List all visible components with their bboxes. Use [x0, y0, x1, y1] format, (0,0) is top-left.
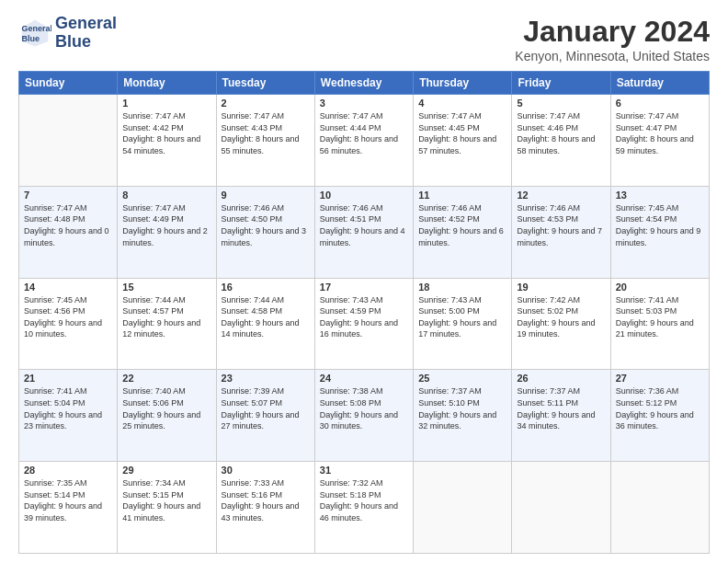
- day-number: 8: [122, 190, 210, 201]
- day-number: 10: [320, 190, 408, 201]
- calendar-cell-w2-d3: 17Sunrise: 7:43 AMSunset: 4:59 PMDayligh…: [314, 278, 413, 370]
- calendar-cell-w1-d2: 9Sunrise: 7:46 AMSunset: 4:50 PMDaylight…: [216, 186, 314, 278]
- logo-general: General: [55, 15, 117, 33]
- calendar-table: SundayMondayTuesdayWednesdayThursdayFrid…: [18, 71, 710, 554]
- calendar-cell-w4-d4: [414, 462, 512, 554]
- calendar-cell-w1-d3: 10Sunrise: 7:46 AMSunset: 4:51 PMDayligh…: [314, 186, 413, 278]
- calendar-cell-w3-d4: 25Sunrise: 7:37 AMSunset: 5:10 PMDayligh…: [414, 370, 512, 462]
- day-info: Sunrise: 7:32 AMSunset: 5:18 PMDaylight:…: [320, 477, 408, 523]
- day-number: 29: [122, 465, 210, 476]
- calendar-cell-w3-d2: 23Sunrise: 7:39 AMSunset: 5:07 PMDayligh…: [216, 370, 314, 462]
- logo: General Blue General Blue: [18, 15, 117, 52]
- day-info: Sunrise: 7:47 AMSunset: 4:43 PMDaylight:…: [222, 110, 310, 156]
- day-info: Sunrise: 7:34 AMSunset: 5:15 PMDaylight:…: [122, 477, 210, 523]
- calendar-cell-w3-d0: 21Sunrise: 7:41 AMSunset: 5:04 PMDayligh…: [19, 370, 118, 462]
- calendar-cell-w1-d1: 8Sunrise: 7:47 AMSunset: 4:49 PMDaylight…: [118, 186, 216, 278]
- day-number: 9: [222, 190, 310, 201]
- page: General Blue General Blue January 2024 K…: [0, 0, 728, 563]
- day-info: Sunrise: 7:47 AMSunset: 4:42 PMDaylight:…: [122, 110, 210, 156]
- day-number: 18: [418, 282, 506, 293]
- day-info: Sunrise: 7:45 AMSunset: 4:54 PMDaylight:…: [616, 202, 704, 248]
- day-number: 22: [122, 373, 210, 384]
- day-number: 13: [616, 190, 704, 201]
- day-number: 4: [418, 98, 506, 109]
- header-day-thursday: Thursday: [414, 72, 512, 95]
- day-info: Sunrise: 7:35 AMSunset: 5:14 PMDaylight:…: [24, 477, 112, 523]
- calendar-cell-w0-d3: 3Sunrise: 7:47 AMSunset: 4:44 PMDaylight…: [314, 95, 413, 187]
- day-number: 5: [517, 98, 605, 109]
- calendar-cell-w1-d0: 7Sunrise: 7:47 AMSunset: 4:48 PMDaylight…: [19, 186, 118, 278]
- day-number: 19: [517, 282, 605, 293]
- calendar-cell-w1-d6: 13Sunrise: 7:45 AMSunset: 4:54 PMDayligh…: [610, 186, 709, 278]
- calendar-cell-w2-d1: 15Sunrise: 7:44 AMSunset: 4:57 PMDayligh…: [118, 278, 216, 370]
- calendar-cell-w3-d6: 27Sunrise: 7:36 AMSunset: 5:12 PMDayligh…: [610, 370, 709, 462]
- logo-blue: Blue: [55, 33, 117, 52]
- day-info: Sunrise: 7:46 AMSunset: 4:53 PMDaylight:…: [517, 202, 605, 248]
- day-number: 30: [222, 465, 310, 476]
- svg-text:Blue: Blue: [22, 34, 40, 43]
- day-info: Sunrise: 7:43 AMSunset: 5:00 PMDaylight:…: [418, 294, 506, 340]
- calendar-cell-w2-d5: 19Sunrise: 7:42 AMSunset: 5:02 PMDayligh…: [512, 278, 610, 370]
- day-number: 14: [24, 282, 112, 293]
- calendar-cell-w4-d6: [610, 462, 709, 554]
- day-number: 28: [24, 465, 112, 476]
- day-info: Sunrise: 7:45 AMSunset: 4:56 PMDaylight:…: [24, 294, 112, 340]
- calendar-cell-w2-d0: 14Sunrise: 7:45 AMSunset: 4:56 PMDayligh…: [19, 278, 118, 370]
- day-number: 6: [616, 98, 704, 109]
- calendar-cell-w4-d3: 31Sunrise: 7:32 AMSunset: 5:18 PMDayligh…: [314, 462, 413, 554]
- day-info: Sunrise: 7:46 AMSunset: 4:51 PMDaylight:…: [320, 202, 408, 248]
- day-number: 25: [418, 373, 506, 384]
- calendar-week-3: 21Sunrise: 7:41 AMSunset: 5:04 PMDayligh…: [19, 370, 710, 462]
- day-info: Sunrise: 7:38 AMSunset: 5:08 PMDaylight:…: [320, 385, 408, 431]
- calendar-week-0: 1Sunrise: 7:47 AMSunset: 4:42 PMDaylight…: [19, 95, 710, 187]
- day-number: 24: [320, 373, 408, 384]
- day-info: Sunrise: 7:47 AMSunset: 4:44 PMDaylight:…: [320, 110, 408, 156]
- calendar-header-row: SundayMondayTuesdayWednesdayThursdayFrid…: [19, 72, 710, 95]
- day-info: Sunrise: 7:47 AMSunset: 4:49 PMDaylight:…: [122, 202, 210, 248]
- day-number: 31: [320, 465, 408, 476]
- day-info: Sunrise: 7:44 AMSunset: 4:57 PMDaylight:…: [122, 294, 210, 340]
- day-number: 21: [24, 373, 112, 384]
- calendar-cell-w0-d4: 4Sunrise: 7:47 AMSunset: 4:45 PMDaylight…: [414, 95, 512, 187]
- calendar-week-2: 14Sunrise: 7:45 AMSunset: 4:56 PMDayligh…: [19, 278, 710, 370]
- calendar-week-1: 7Sunrise: 7:47 AMSunset: 4:48 PMDaylight…: [19, 186, 710, 278]
- day-number: 26: [517, 373, 605, 384]
- day-number: 16: [222, 282, 310, 293]
- header-day-saturday: Saturday: [610, 72, 709, 95]
- calendar-cell-w2-d6: 20Sunrise: 7:41 AMSunset: 5:03 PMDayligh…: [610, 278, 709, 370]
- day-info: Sunrise: 7:42 AMSunset: 5:02 PMDaylight:…: [517, 294, 605, 340]
- day-number: 1: [122, 98, 210, 109]
- day-info: Sunrise: 7:47 AMSunset: 4:46 PMDaylight:…: [517, 110, 605, 156]
- day-info: Sunrise: 7:43 AMSunset: 4:59 PMDaylight:…: [320, 294, 408, 340]
- day-info: Sunrise: 7:41 AMSunset: 5:04 PMDaylight:…: [24, 385, 112, 431]
- day-number: 3: [320, 98, 408, 109]
- calendar-cell-w4-d2: 30Sunrise: 7:33 AMSunset: 5:16 PMDayligh…: [216, 462, 314, 554]
- header-day-tuesday: Tuesday: [216, 72, 314, 95]
- day-number: 2: [222, 98, 310, 109]
- day-info: Sunrise: 7:47 AMSunset: 4:45 PMDaylight:…: [418, 110, 506, 156]
- month-title: January 2024: [515, 15, 710, 49]
- day-info: Sunrise: 7:33 AMSunset: 5:16 PMDaylight:…: [222, 477, 310, 523]
- day-number: 11: [418, 190, 506, 201]
- calendar-cell-w3-d1: 22Sunrise: 7:40 AMSunset: 5:06 PMDayligh…: [118, 370, 216, 462]
- day-number: 12: [517, 190, 605, 201]
- day-info: Sunrise: 7:40 AMSunset: 5:06 PMDaylight:…: [122, 385, 210, 431]
- calendar-cell-w2-d4: 18Sunrise: 7:43 AMSunset: 5:00 PMDayligh…: [414, 278, 512, 370]
- header: General Blue General Blue January 2024 K…: [18, 15, 710, 63]
- day-info: Sunrise: 7:41 AMSunset: 5:03 PMDaylight:…: [616, 294, 704, 340]
- header-day-sunday: Sunday: [19, 72, 118, 95]
- day-info: Sunrise: 7:46 AMSunset: 4:50 PMDaylight:…: [222, 202, 310, 248]
- title-block: January 2024 Kenyon, Minnesota, United S…: [515, 15, 710, 63]
- header-day-monday: Monday: [118, 72, 216, 95]
- day-number: 20: [616, 282, 704, 293]
- location-title: Kenyon, Minnesota, United States: [515, 49, 710, 63]
- day-info: Sunrise: 7:36 AMSunset: 5:12 PMDaylight:…: [616, 385, 704, 431]
- day-number: 27: [616, 373, 704, 384]
- day-info: Sunrise: 7:47 AMSunset: 4:48 PMDaylight:…: [24, 202, 112, 248]
- calendar-cell-w3-d3: 24Sunrise: 7:38 AMSunset: 5:08 PMDayligh…: [314, 370, 413, 462]
- svg-text:General: General: [22, 24, 51, 33]
- day-info: Sunrise: 7:47 AMSunset: 4:47 PMDaylight:…: [616, 110, 704, 156]
- header-day-wednesday: Wednesday: [314, 72, 413, 95]
- day-number: 15: [122, 282, 210, 293]
- calendar-cell-w0-d5: 5Sunrise: 7:47 AMSunset: 4:46 PMDaylight…: [512, 95, 610, 187]
